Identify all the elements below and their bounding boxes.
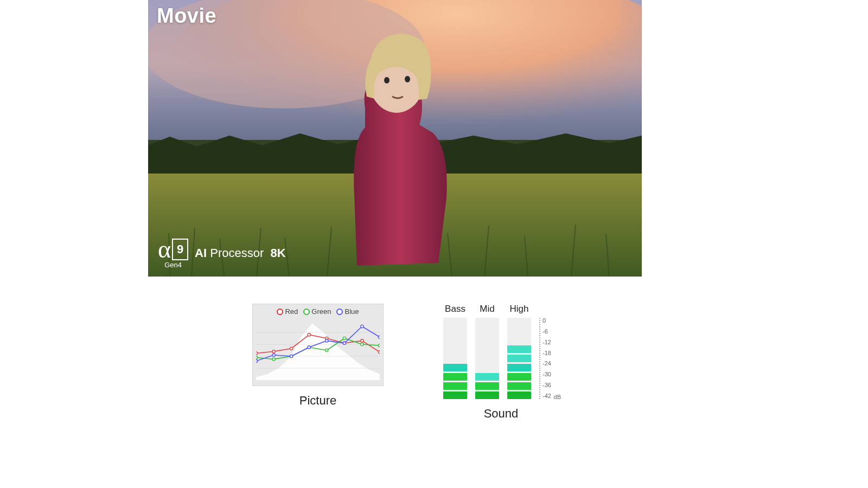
svg-point-40 — [256, 359, 258, 362]
svg-point-36 — [326, 349, 328, 351]
svg-point-25 — [272, 350, 275, 353]
picture-chart: Red Green Blue — [252, 304, 384, 386]
alpha-icon: α — [158, 237, 171, 262]
svg-point-32 — [256, 356, 258, 359]
svg-point-39 — [378, 344, 380, 347]
svg-point-43 — [308, 346, 310, 349]
svg-point-44 — [326, 339, 328, 342]
nine-box: 9 — [172, 239, 188, 260]
svg-point-26 — [290, 347, 293, 350]
picture-title: Picture — [299, 394, 336, 408]
svg-point-24 — [256, 352, 258, 355]
svg-point-38 — [361, 343, 363, 345]
green-dot-icon — [303, 309, 310, 315]
svg-point-42 — [290, 355, 293, 357]
hero-image: Movie α 9 Gen4 AI Processor 8K — [148, 0, 642, 277]
svg-point-30 — [361, 339, 363, 342]
processor-badge: α 9 Gen4 AI Processor 8K — [158, 237, 286, 269]
sound-col-high — [507, 318, 531, 399]
svg-point-33 — [272, 358, 275, 361]
svg-point-45 — [343, 342, 346, 344]
sound-headers: Bass Mid High — [443, 304, 531, 314]
svg-point-46 — [361, 325, 363, 328]
sound-panel: Bass Mid High 0-6-12-18-24-30-36-42 dB S… — [443, 304, 559, 423]
svg-point-18 — [384, 77, 390, 84]
sound-ticks: 0-6-12-18-24-30-36-42 — [539, 318, 559, 399]
svg-point-37 — [343, 337, 346, 339]
processor-gen: Gen4 — [164, 261, 182, 269]
sound-col-mid — [475, 318, 499, 399]
svg-point-31 — [378, 351, 380, 354]
svg-point-47 — [378, 336, 380, 338]
svg-point-41 — [272, 354, 275, 356]
sound-col-bass — [443, 318, 467, 399]
mode-label: Movie — [157, 4, 216, 28]
sound-title: Sound — [484, 407, 519, 421]
svg-point-27 — [308, 333, 310, 336]
red-dot-icon — [277, 309, 283, 315]
blue-dot-icon — [336, 309, 343, 315]
picture-legend: Red Green Blue — [253, 307, 383, 316]
picture-panel: Red Green Blue Picture — [252, 304, 384, 423]
svg-point-19 — [405, 76, 410, 82]
processor-text: AI Processor 8K — [195, 246, 285, 260]
